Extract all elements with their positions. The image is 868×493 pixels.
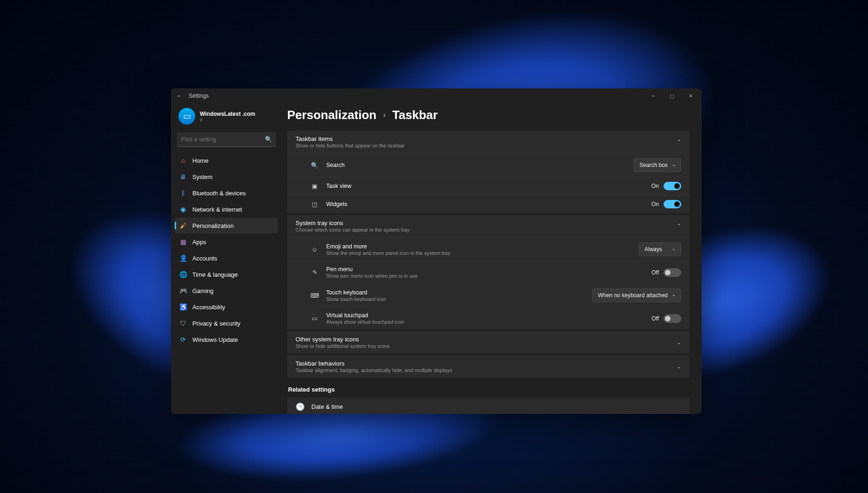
system-icon: 🖥 [179, 173, 187, 180]
section-subtitle: Show or hide additional system tray icon… [296, 343, 389, 349]
sidebar-item-label: Home [192, 157, 209, 164]
search-input[interactable] [177, 132, 276, 147]
sidebar-item-home[interactable]: ⌂Home [175, 153, 278, 168]
keyboard-icon: ⌨ [309, 292, 320, 299]
section-title: Taskbar items [296, 135, 405, 142]
search-icon: 🔍 [309, 162, 320, 169]
globe-icon: 🌐 [179, 271, 187, 278]
sidebar-item-label: Network & internet [192, 206, 242, 213]
taskbar-items-card: Taskbar items Show or hide buttons that … [287, 131, 690, 213]
sidebar-item-bluetooth[interactable]: ᛒBluetooth & devices [175, 185, 278, 201]
person-icon: 👤 [179, 254, 187, 262]
gamepad-icon: 🎮 [179, 287, 187, 294]
row-sublabel: Show touch keyboard icon [326, 296, 386, 302]
profile[interactable]: ▭ WindowsLatest .com d [175, 105, 278, 131]
row-label: Widgets [326, 201, 347, 207]
widgets-icon: ◫ [309, 201, 320, 208]
row-widgets: ◫ Widgets On [287, 195, 690, 213]
section-subtitle: Choose which icons can appear in the sys… [296, 227, 409, 233]
sidebar-item-gaming[interactable]: 🎮Gaming [175, 283, 278, 299]
related-settings-title: Related settings [288, 386, 690, 393]
main-content: Personalization › Taskbar Taskbar items … [282, 103, 702, 414]
back-button[interactable]: ← [173, 93, 186, 99]
sidebar-item-label: Accessibility [192, 304, 225, 311]
nav: ⌂Home 🖥System ᛒBluetooth & devices ◉Netw… [175, 153, 278, 347]
sidebar-item-label: Personalization [192, 222, 234, 229]
system-tray-card: System tray icons Choose which icons can… [287, 215, 690, 329]
update-icon: ⟳ [179, 336, 187, 343]
shield-icon: 🛡 [179, 320, 187, 327]
chevron-down-icon: ⌄ [677, 363, 681, 370]
other-tray-header[interactable]: Other system tray icons Show or hide add… [287, 331, 690, 353]
sidebar-item-label: Gaming [192, 287, 214, 294]
sidebar-item-time[interactable]: 🌐Time & language [175, 266, 278, 282]
row-label: Search [326, 162, 345, 168]
row-touch-keyboard: ⌨ Touch keyboard Show touch keyboard ico… [287, 283, 690, 307]
row-sublabel: Always show virtual touchpad icon [326, 319, 404, 325]
virtual-touchpad-toggle[interactable] [664, 314, 681, 323]
section-subtitle: Taskbar alignment, badging, automaticall… [296, 367, 452, 373]
accessibility-icon: ♿ [179, 303, 187, 311]
taskview-icon: ▣ [309, 183, 320, 190]
section-subtitle: Show or hide buttons that appear on the … [296, 143, 405, 148]
pen-icon: ✎ [309, 269, 320, 276]
system-tray-header[interactable]: System tray icons Choose which icons can… [287, 215, 690, 237]
profile-name: WindowsLatest .com [200, 111, 255, 117]
brush-icon: 🖌 [179, 222, 187, 229]
breadcrumb-current: Taskbar [392, 108, 438, 122]
sidebar: ▭ WindowsLatest .com d 🔍 ⌂Home 🖥System ᛒ… [171, 103, 282, 414]
sidebar-item-label: Bluetooth & devices [192, 190, 246, 197]
widgets-toggle[interactable] [664, 200, 681, 208]
home-icon: ⌂ [179, 157, 187, 164]
emoji-dropdown[interactable]: Always [638, 242, 681, 256]
sidebar-item-accounts[interactable]: 👤Accounts [175, 250, 278, 266]
sidebar-item-personalization[interactable]: 🖌Personalization [175, 218, 278, 233]
row-pen: ✎ Pen menu Show pen menu icon when pen i… [287, 261, 690, 283]
taskbar-items-header[interactable]: Taskbar items Show or hide buttons that … [287, 131, 690, 153]
taskview-toggle[interactable] [664, 182, 681, 190]
touch-keyboard-dropdown[interactable]: When no keyboard attached [592, 288, 681, 302]
taskbar-behaviors-header[interactable]: Taskbar behaviors Taskbar alignment, bad… [287, 355, 690, 378]
row-virtual-touchpad: ▭ Virtual touchpad Always show virtual t… [287, 307, 690, 329]
chevron-up-icon: ⌃ [677, 223, 681, 229]
taskbar-behaviors-card: Taskbar behaviors Taskbar alignment, bad… [287, 355, 690, 378]
row-emoji: ☺ Emoji and more Show the emoji and more… [287, 237, 690, 261]
pen-toggle[interactable] [664, 268, 681, 277]
related-datetime-card: 🕒 Date & time [287, 398, 690, 414]
sidebar-item-system[interactable]: 🖥System [175, 169, 278, 185]
clock-icon: 🕒 [296, 402, 305, 411]
sidebar-item-label: Accounts [192, 255, 217, 262]
sidebar-item-label: Privacy & security [192, 320, 240, 327]
toggle-label: On [651, 183, 659, 189]
sidebar-item-accessibility[interactable]: ♿Accessibility [175, 299, 278, 315]
sidebar-item-label: Windows Update [192, 336, 238, 343]
touchpad-icon: ▭ [309, 315, 320, 322]
close-button[interactable]: ✕ [681, 88, 700, 103]
sidebar-item-update[interactable]: ⟳Windows Update [175, 332, 278, 347]
row-sublabel: Show pen menu icon when pen is in use [326, 273, 418, 279]
row-label: Touch keyboard [326, 289, 386, 296]
other-tray-card: Other system tray icons Show or hide add… [287, 331, 690, 353]
apps-icon: ▦ [179, 238, 187, 246]
row-label: Emoji and more [326, 243, 450, 250]
chevron-right-icon: › [383, 110, 386, 120]
maximize-button[interactable]: ▢ [663, 88, 681, 103]
toggle-label: On [651, 201, 659, 207]
bluetooth-icon: ᛒ [179, 189, 187, 197]
section-title: System tray icons [296, 220, 409, 227]
sidebar-item-privacy[interactable]: 🛡Privacy & security [175, 315, 278, 331]
row-taskview: ▣ Task view On [287, 177, 690, 195]
search-dropdown[interactable]: Search box [633, 158, 681, 172]
chevron-up-icon: ⌃ [677, 139, 681, 145]
emoji-icon: ☺ [309, 246, 320, 253]
sidebar-item-label: System [192, 173, 212, 180]
related-datetime-row[interactable]: 🕒 Date & time [287, 398, 690, 414]
chevron-down-icon: ⌄ [677, 339, 681, 346]
sidebar-item-network[interactable]: ◉Network & internet [175, 201, 278, 217]
breadcrumb-parent[interactable]: Personalization [287, 108, 376, 122]
row-label: Task view [326, 183, 351, 189]
minimize-button[interactable]: ─ [644, 88, 663, 103]
section-title: Taskbar behaviors [296, 360, 452, 367]
profile-sub: d [200, 117, 255, 122]
sidebar-item-apps[interactable]: ▦Apps [175, 234, 278, 250]
